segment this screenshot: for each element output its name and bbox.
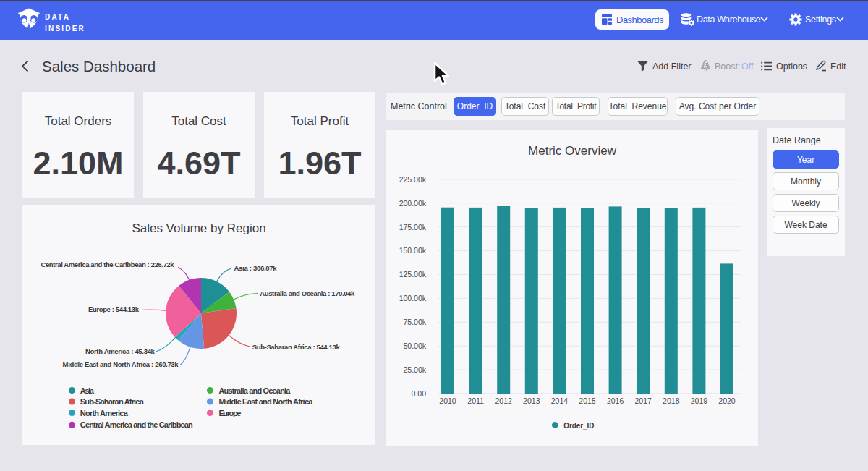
svg-text:2011: 2011 (467, 396, 484, 405)
svg-text:North America: North America (80, 409, 129, 417)
svg-text:2017: 2017 (635, 396, 652, 405)
svg-text:2018: 2018 (663, 396, 680, 405)
svg-text:2015: 2015 (579, 396, 596, 405)
svg-text:North America : 45.34k: North America : 45.34k (85, 347, 156, 355)
svg-text:200.00k: 200.00k (399, 199, 427, 208)
svg-text:Central America and the Caribb: Central America and the Caribbean : 226.… (41, 260, 175, 268)
svg-text:2012: 2012 (495, 396, 513, 405)
svg-text:2010: 2010 (439, 396, 456, 405)
svg-text:225.00k: 225.00k (399, 175, 427, 184)
svg-text:Australia and Oceania : 170.04: Australia and Oceania : 170.04k (260, 289, 355, 297)
svg-text:Sub-Saharan Africa : 544.13k: Sub-Saharan Africa : 544.13k (252, 343, 341, 351)
svg-text:0.00: 0.00 (412, 389, 427, 398)
svg-text:2016: 2016 (607, 396, 624, 405)
svg-text:125.00k: 125.00k (399, 270, 427, 279)
svg-text:Order_ID: Order_ID (563, 421, 594, 430)
svg-text:Middle East and North Africa :: Middle East and North Africa : 260.73k (63, 360, 179, 368)
svg-text:50.00k: 50.00k (403, 341, 426, 350)
svg-text:25.00k: 25.00k (403, 365, 426, 374)
svg-text:Metric Overview: Metric Overview (528, 144, 617, 158)
svg-text:2013: 2013 (523, 396, 540, 405)
svg-text:75.00k: 75.00k (403, 318, 426, 326)
svg-text:Sub-Saharan Africa: Sub-Saharan Africa (80, 397, 145, 406)
svg-text:2014: 2014 (551, 396, 569, 405)
svg-text:2020: 2020 (718, 396, 736, 405)
svg-text:100.00k: 100.00k (399, 294, 427, 302)
svg-text:Europe: Europe (218, 409, 241, 417)
svg-text:Middle East and North Africa: Middle East and North Africa (218, 397, 313, 406)
svg-text:Asia: Asia (80, 386, 95, 395)
svg-text:175.00k: 175.00k (399, 223, 427, 232)
svg-text:Australia and Oceania: Australia and Oceania (218, 386, 291, 395)
svg-text:150.00k: 150.00k (399, 246, 427, 255)
svg-text:Central America and the Caribb: Central America and the Caribbean (80, 420, 193, 429)
svg-text:2019: 2019 (691, 396, 708, 405)
svg-text:Sales Volume by Region: Sales Volume by Region (132, 221, 265, 235)
svg-text:Europe : 544.13k: Europe : 544.13k (88, 305, 140, 313)
svg-text:Asia : 306.07k: Asia : 306.07k (234, 264, 278, 272)
